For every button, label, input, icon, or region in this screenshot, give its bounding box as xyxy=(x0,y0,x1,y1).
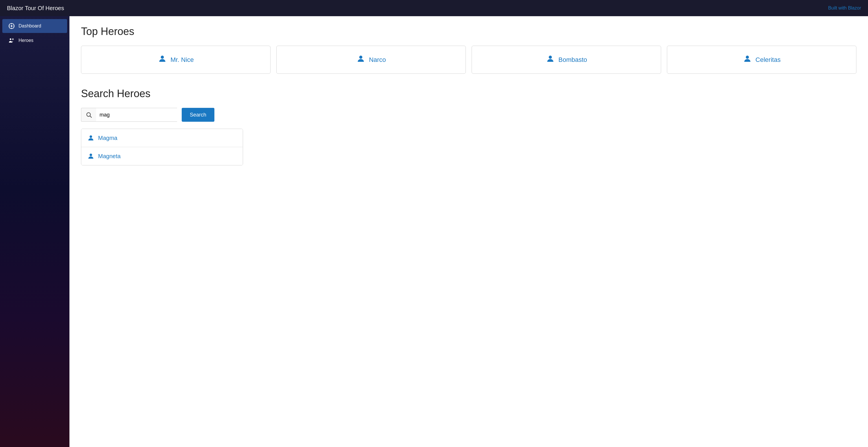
hero-card-narco[interactable]: Narco xyxy=(276,46,466,74)
app-layout: Dashboard Heroes Top Heroes xyxy=(0,16,868,447)
top-heroes-title: Top Heroes xyxy=(81,26,857,38)
search-button[interactable]: Search xyxy=(182,108,214,122)
svg-point-10 xyxy=(549,56,552,59)
svg-point-11 xyxy=(746,56,749,59)
hero-card-name: Narco xyxy=(369,56,386,64)
result-name-magneta: Magneta xyxy=(98,153,121,160)
hero-card-celeritas[interactable]: Celeritas xyxy=(667,46,857,74)
app-header: Blazor Tour Of Heroes Built with Blazor xyxy=(0,0,868,16)
hero-card-name: Celeritas xyxy=(755,56,781,64)
search-bar: Search xyxy=(81,108,857,122)
dashboard-icon xyxy=(8,23,15,30)
svg-line-13 xyxy=(90,116,91,117)
search-input[interactable] xyxy=(96,108,177,122)
hero-cards-grid: Mr. Nice Narco Bombast xyxy=(81,46,857,74)
sidebar-dashboard-label: Dashboard xyxy=(19,24,41,29)
narco-icon xyxy=(356,54,365,65)
sidebar-item-dashboard[interactable]: Dashboard xyxy=(2,19,67,33)
svg-point-14 xyxy=(90,135,92,138)
svg-point-6 xyxy=(10,38,11,40)
magma-icon xyxy=(87,134,95,142)
built-with-blazor-link[interactable]: Built with Blazor xyxy=(828,5,861,11)
result-item-magneta[interactable]: Magneta xyxy=(81,147,243,165)
search-icon xyxy=(86,111,92,118)
hero-card-name: Bombasto xyxy=(558,56,587,64)
mr-nice-icon xyxy=(158,54,167,65)
svg-point-15 xyxy=(90,154,92,156)
heroes-icon xyxy=(8,37,15,44)
svg-point-7 xyxy=(12,38,14,40)
bombasto-icon xyxy=(546,54,555,65)
result-name-magma: Magma xyxy=(98,135,118,141)
search-icon-box xyxy=(81,108,96,122)
app-title: Blazor Tour Of Heroes xyxy=(7,5,64,11)
celeritas-icon xyxy=(743,54,752,65)
hero-card-mr-nice[interactable]: Mr. Nice xyxy=(81,46,271,74)
main-content: Top Heroes Mr. Nice Nar xyxy=(69,16,868,447)
sidebar-item-heroes[interactable]: Heroes xyxy=(2,34,67,47)
svg-point-8 xyxy=(161,56,164,59)
svg-point-1 xyxy=(11,25,12,27)
search-results-list: Magma Magneta xyxy=(81,129,243,165)
magneta-icon xyxy=(87,152,95,160)
svg-point-9 xyxy=(359,56,363,59)
hero-card-bombasto[interactable]: Bombasto xyxy=(472,46,661,74)
sidebar: Dashboard Heroes xyxy=(0,16,69,447)
result-item-magma[interactable]: Magma xyxy=(81,129,243,147)
hero-card-name: Mr. Nice xyxy=(170,56,194,64)
search-heroes-title: Search Heroes xyxy=(81,88,857,100)
search-section: Search Heroes Search Magma xyxy=(81,88,857,165)
sidebar-heroes-label: Heroes xyxy=(19,38,34,43)
